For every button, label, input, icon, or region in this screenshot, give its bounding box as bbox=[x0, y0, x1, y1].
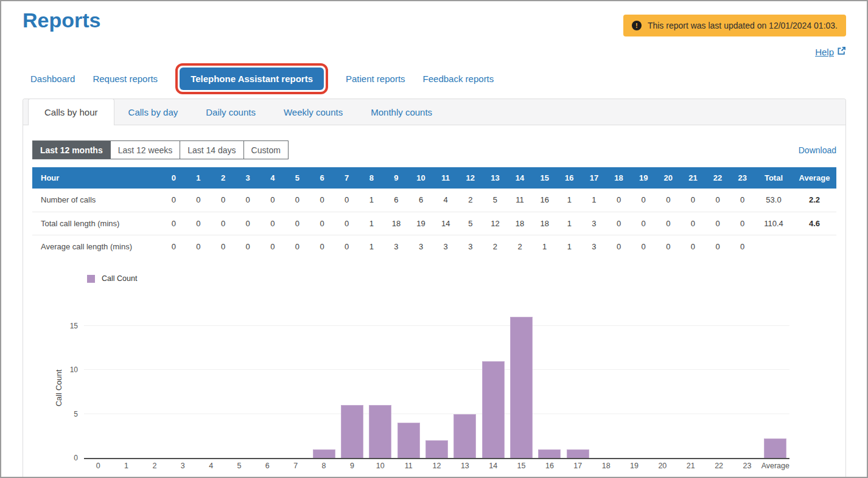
value-cell: 0 bbox=[211, 189, 236, 212]
value-cell: 0 bbox=[236, 235, 261, 258]
value-cell: 0 bbox=[681, 235, 705, 258]
header-cell-0: 0 bbox=[161, 167, 186, 189]
bar-11[interactable] bbox=[397, 423, 420, 458]
value-cell: 18 bbox=[384, 212, 409, 235]
bar-column-2 bbox=[141, 318, 169, 458]
value-cell: 0 bbox=[606, 189, 631, 212]
value-cell: 0 bbox=[211, 212, 236, 235]
value-cell: 0 bbox=[656, 235, 681, 258]
x-tick-label: Average bbox=[761, 462, 789, 470]
bar-column-23 bbox=[733, 318, 761, 458]
bar-9[interactable] bbox=[341, 405, 363, 458]
x-tick-label: 7 bbox=[282, 462, 310, 470]
header-cell-23: 23 bbox=[730, 167, 755, 189]
value-cell: 0 bbox=[730, 212, 755, 235]
value-cell: 0 bbox=[285, 235, 310, 258]
x-tick-label: 0 bbox=[84, 462, 112, 470]
header-cell-2: 2 bbox=[211, 167, 236, 189]
bar-column-13 bbox=[451, 318, 479, 458]
header-cell-12: 12 bbox=[458, 167, 483, 189]
report-panel: Calls by hourCalls by dayDaily countsWee… bbox=[23, 99, 846, 478]
total-cell: 53.0 bbox=[755, 189, 793, 212]
value-cell: 1 bbox=[359, 235, 384, 258]
row-label: Total call length (mins) bbox=[32, 212, 161, 235]
header-cell-5: 5 bbox=[285, 167, 310, 189]
help-link[interactable]: Help bbox=[815, 46, 846, 57]
value-cell: 0 bbox=[705, 189, 730, 212]
value-cell: 3 bbox=[582, 235, 607, 258]
bar-12[interactable] bbox=[425, 440, 448, 458]
download-link[interactable]: Download bbox=[799, 145, 836, 155]
value-cell: 0 bbox=[334, 212, 359, 235]
main-tab-patient-reports[interactable]: Patient reports bbox=[346, 74, 405, 84]
bar-15[interactable] bbox=[510, 317, 533, 458]
sub-tab-calls-by-day[interactable]: Calls by day bbox=[114, 99, 192, 125]
main-tab-feedback-reports[interactable]: Feedback reports bbox=[423, 74, 494, 84]
x-tick-label: 5 bbox=[225, 462, 253, 470]
value-cell: 0 bbox=[705, 212, 730, 235]
bar-column-20 bbox=[648, 318, 676, 458]
x-tick-label: 13 bbox=[451, 462, 479, 470]
y-tick-label: 15 bbox=[60, 322, 78, 330]
sub-tab-monthly-counts[interactable]: Monthly counts bbox=[357, 99, 446, 125]
value-cell: 0 bbox=[186, 235, 211, 258]
sub-tab-daily-counts[interactable]: Daily counts bbox=[192, 99, 270, 125]
value-cell: 0 bbox=[730, 189, 755, 212]
x-tick-label: 4 bbox=[197, 462, 225, 470]
x-tick-label: 20 bbox=[648, 462, 676, 470]
range-button-custom[interactable]: Custom bbox=[243, 140, 289, 159]
value-cell: 0 bbox=[681, 212, 705, 235]
bar-10[interactable] bbox=[369, 405, 391, 458]
bar-8[interactable] bbox=[313, 449, 335, 459]
bar-column-3 bbox=[169, 318, 197, 458]
value-cell: 0 bbox=[186, 189, 211, 212]
value-cell: 2 bbox=[508, 235, 533, 258]
table-row: Number of calls0000000016642511161100000… bbox=[32, 189, 836, 212]
header-cell-22: 22 bbox=[705, 167, 730, 189]
x-tick-label: 3 bbox=[169, 462, 197, 470]
main-tab-telephone-assistant-reports[interactable]: Telephone Assistant reports bbox=[180, 68, 324, 90]
bar-column-7 bbox=[282, 318, 310, 458]
main-tab-dashboard[interactable]: Dashboard bbox=[30, 74, 75, 84]
page-title: Reports bbox=[23, 9, 100, 32]
bar-average[interactable] bbox=[764, 438, 786, 458]
x-tick-label: 18 bbox=[592, 462, 620, 470]
value-cell: 0 bbox=[285, 189, 310, 212]
bar-column-17 bbox=[564, 318, 592, 458]
value-cell: 1 bbox=[557, 212, 582, 235]
bar-column-10 bbox=[366, 318, 394, 458]
bar-13[interactable] bbox=[453, 414, 476, 459]
total-cell: 110.4 bbox=[755, 212, 793, 235]
value-cell: 0 bbox=[161, 212, 186, 235]
bar-column-8 bbox=[310, 318, 338, 458]
main-tab-request-reports[interactable]: Request reports bbox=[93, 74, 158, 84]
sub-tab-weekly-counts[interactable]: Weekly counts bbox=[270, 99, 357, 125]
call-count-bar-chart: Call Count 051015 bbox=[84, 318, 789, 459]
bar-column-4 bbox=[197, 318, 225, 458]
header-cell-18: 18 bbox=[606, 167, 631, 189]
bar-column-16 bbox=[536, 318, 564, 458]
help-link-label[interactable]: Help bbox=[815, 47, 834, 57]
bar-17[interactable] bbox=[567, 449, 589, 459]
header-cell-21: 21 bbox=[681, 167, 705, 189]
bar-14[interactable] bbox=[482, 361, 505, 459]
range-button-last-12-weeks[interactable]: Last 12 weeks bbox=[110, 140, 181, 159]
header-cell-14: 14 bbox=[508, 167, 533, 189]
range-button-last-14-days[interactable]: Last 14 days bbox=[180, 140, 243, 159]
sub-tab-calls-by-hour[interactable]: Calls by hour bbox=[28, 99, 114, 125]
value-cell: 0 bbox=[161, 189, 186, 212]
legend-label: Call Count bbox=[102, 274, 137, 283]
value-cell: 1 bbox=[532, 235, 557, 258]
x-tick-label: 23 bbox=[733, 462, 761, 470]
bar-column-average bbox=[761, 318, 789, 458]
sub-tab-bar: Calls by hourCalls by dayDaily countsWee… bbox=[23, 99, 845, 125]
info-exclamation-icon: ! bbox=[632, 21, 642, 30]
range-button-last-12-months[interactable]: Last 12 months bbox=[32, 140, 111, 159]
x-tick-label: 2 bbox=[141, 462, 169, 470]
bar-16[interactable] bbox=[538, 449, 561, 459]
main-tab-bar: DashboardRequest reportsTelephone Assist… bbox=[30, 62, 494, 95]
value-cell: 0 bbox=[334, 235, 359, 258]
value-cell: 0 bbox=[236, 189, 261, 212]
bar-column-11 bbox=[394, 318, 422, 458]
header-cell-9: 9 bbox=[384, 167, 409, 189]
